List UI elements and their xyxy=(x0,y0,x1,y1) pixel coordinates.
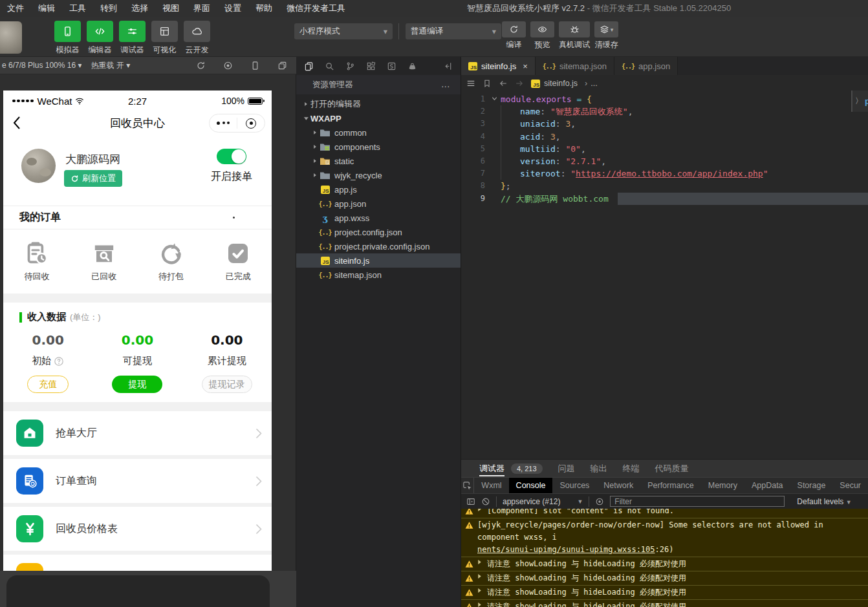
search-icon[interactable] xyxy=(325,61,334,71)
action-button-编译[interactable]: 编译 xyxy=(502,21,526,50)
nav-forward-icon[interactable] xyxy=(515,79,524,88)
tree-item-打开的编辑器[interactable]: 打开的编辑器 xyxy=(296,97,461,111)
menu-row-回收网点[interactable]: 回收网点 xyxy=(3,555,272,571)
collapse-sidebar-icon[interactable] xyxy=(443,61,453,71)
mode-select[interactable]: 小程序模式▾ xyxy=(294,23,393,39)
console-warning-2[interactable]: 请注意 showLoading 与 hideLoading 必须配对使用 xyxy=(461,557,868,571)
editor-tab-siteinfo.js[interactable]: JSsiteinfo.js× xyxy=(461,57,536,75)
refresh-icon[interactable] xyxy=(196,61,206,70)
debugger-tab-输出[interactable]: 输出 xyxy=(591,460,607,476)
tree-item-app.js[interactable]: JSapp.js xyxy=(296,182,461,197)
tree-item-project.config.json[interactable]: {..}project.config.json xyxy=(296,225,461,239)
devtools-tab-Secur[interactable]: Secur xyxy=(832,478,868,494)
tree-item-common[interactable]: common xyxy=(296,125,461,140)
avatar[interactable] xyxy=(21,149,56,183)
teapot-icon[interactable] xyxy=(407,61,417,71)
tree-item-project.private.config.json[interactable]: {..}project.private.config.json xyxy=(296,239,461,253)
console-warning-0[interactable]: [Component] slot "content" is not found. xyxy=(461,509,868,518)
compile-mode-select[interactable]: 普通编译▾ xyxy=(406,23,501,39)
devtools-tab-Storage[interactable]: Storage xyxy=(790,478,833,494)
show-sidebar-icon[interactable] xyxy=(466,497,475,506)
console-warning-3[interactable]: 请注意 showLoading 与 hideLoading 必须配对使用 xyxy=(461,571,868,585)
toolbar-button-云开发[interactable]: 云开发 xyxy=(184,21,210,56)
close-icon[interactable]: × xyxy=(523,61,528,71)
console-filter-input[interactable] xyxy=(610,496,785,507)
menu-item-5[interactable]: 视图 xyxy=(155,3,186,13)
income-button-提现记录[interactable]: 提现记录 xyxy=(202,376,252,393)
menu-item-3[interactable]: 转到 xyxy=(93,3,124,13)
eye-icon[interactable] xyxy=(595,497,604,506)
menu-row-订单查询[interactable]: 订单查询 xyxy=(3,459,272,503)
menu-row-回收员价格表[interactable]: 回收员价格表 xyxy=(3,507,272,551)
user-avatar[interactable] xyxy=(0,21,22,54)
devtools-tab-Network[interactable]: Network xyxy=(596,478,640,494)
order-tab-已完成[interactable]: 已完成 xyxy=(204,240,272,282)
clear-console-icon[interactable] xyxy=(481,497,490,506)
menu-item-8[interactable]: 帮助 xyxy=(248,3,279,13)
income-button-充值[interactable]: 充值 xyxy=(27,376,69,393)
question-icon[interactable] xyxy=(54,356,64,367)
editor-tab-sitemap.json[interactable]: {..}sitemap.json xyxy=(536,57,614,75)
snippet-icon[interactable] xyxy=(387,61,396,71)
expander-icon[interactable] xyxy=(477,509,482,517)
multi-window-icon[interactable] xyxy=(277,61,287,70)
toolbar-button-模拟器[interactable]: 模拟器 xyxy=(54,21,81,56)
more-actions-icon[interactable]: ... xyxy=(442,80,450,89)
devtools-tab-Memory[interactable]: Memory xyxy=(701,478,744,494)
devtools-tab-Sources[interactable]: Sources xyxy=(552,478,596,494)
income-button-提现[interactable]: 提现 xyxy=(112,376,162,393)
git-branch-icon[interactable] xyxy=(345,61,355,71)
extensions-icon[interactable] xyxy=(366,61,376,71)
context-select[interactable]: appservice (#12)▼ xyxy=(503,497,583,506)
back-icon[interactable] xyxy=(12,116,21,130)
console-source-link[interactable]: nents/sunui-upimg/sunui-upimg.wxss:105 xyxy=(477,545,655,554)
action-button-预览[interactable]: 预览 xyxy=(530,21,554,50)
console-warning-1[interactable]: [wjyk_recycle/pages/order-now/order-now]… xyxy=(461,518,868,557)
menu-item-6[interactable]: 界面 xyxy=(186,3,217,13)
accept-order-toggle[interactable] xyxy=(217,149,246,164)
menu-item-9[interactable]: 微信开发者工具 xyxy=(279,3,353,13)
outline-icon[interactable] xyxy=(466,79,475,88)
refresh-location-button[interactable]: 刷新位置 xyxy=(64,170,122,187)
tree-item-app.json[interactable]: {..}app.json xyxy=(296,197,461,211)
bookmark-icon[interactable] xyxy=(483,79,492,88)
tree-item-components[interactable]: components xyxy=(296,140,461,154)
inspect-element-icon[interactable] xyxy=(461,478,474,494)
order-tab-已回收[interactable]: 已回收 xyxy=(71,240,138,282)
action-button-清缓存[interactable]: ▾清缓存 xyxy=(594,21,618,50)
devtools-tab-AppData[interactable]: AppData xyxy=(744,478,790,494)
expander-icon[interactable] xyxy=(477,573,482,584)
devtools-tab-Console[interactable]: Console xyxy=(509,478,553,494)
fold-icon[interactable] xyxy=(491,93,501,105)
phone-frame-icon[interactable] xyxy=(250,61,260,70)
menu-item-1[interactable]: 编辑 xyxy=(31,3,62,13)
expander-icon[interactable] xyxy=(477,588,482,599)
expander-icon[interactable] xyxy=(477,559,482,570)
log-levels-select[interactable]: Default levels ▼ xyxy=(797,497,851,506)
breadcrumb-more[interactable]: ... xyxy=(591,79,597,88)
devtools-tab-Wxml[interactable]: Wxml xyxy=(474,478,508,494)
more-menu-icon[interactable] xyxy=(210,122,237,125)
menu-item-4[interactable]: 选择 xyxy=(124,3,155,13)
devtools-tab-Performance[interactable]: Performance xyxy=(640,478,701,494)
console-warning-4[interactable]: 请注意 showLoading 与 hideLoading 必须配对使用 xyxy=(461,585,868,599)
toolbar-button-调试器[interactable]: 调试器 xyxy=(119,21,146,56)
tree-item-wjyk_recycle[interactable]: wjyk_recycle xyxy=(296,168,461,182)
toolbar-button-可视化[interactable]: 可视化 xyxy=(151,21,178,56)
action-button-真机调试[interactable]: 真机调试 xyxy=(559,21,590,50)
tree-item-app.wxss[interactable]: ʒapp.wxss xyxy=(296,211,461,225)
tree-item-WXAPP[interactable]: WXAPP xyxy=(296,111,461,125)
console-warning-5[interactable]: 请注意 showLoading 与 hideLoading 必须配对使用 xyxy=(461,599,868,607)
collapsed-panel-tab[interactable]: 〉p xyxy=(851,91,868,112)
tree-item-sitemap.json[interactable]: {..}sitemap.json xyxy=(296,268,461,282)
debugger-tab-调试器[interactable]: 调试器 xyxy=(479,460,505,476)
tree-item-siteinfo.js[interactable]: JSsiteinfo.js xyxy=(296,253,461,268)
nav-back-icon[interactable] xyxy=(499,79,508,88)
expander-icon[interactable] xyxy=(477,602,482,607)
debugger-tab-问题[interactable]: 问题 xyxy=(558,460,575,476)
menu-row-抢单大厅[interactable]: 抢单大厅 xyxy=(3,411,272,455)
close-target-icon[interactable] xyxy=(237,118,265,129)
device-selector[interactable]: e 6/7/8 Plus 100% 16 ▾ xyxy=(2,61,81,70)
hot-reload-toggle[interactable]: 热重载 开 ▾ xyxy=(91,60,130,71)
order-tab-待回收[interactable]: 待回收 xyxy=(3,240,71,282)
